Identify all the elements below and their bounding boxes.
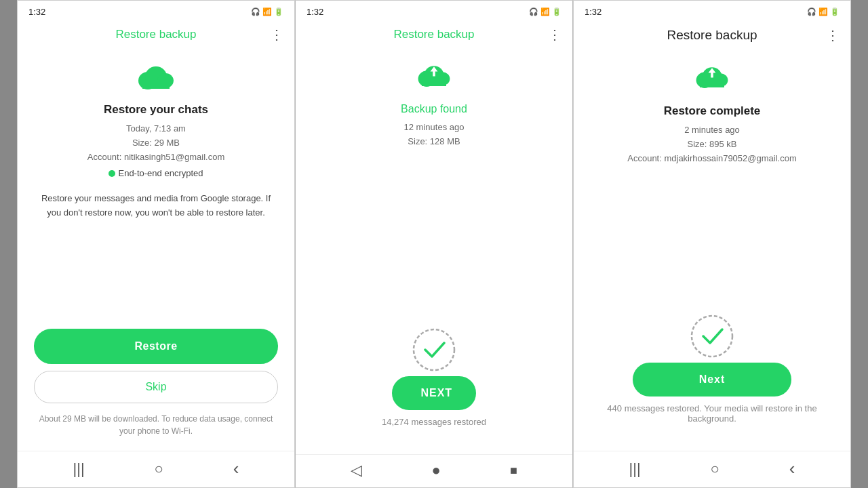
- check-wrapper-3: [688, 312, 736, 360]
- status-icons-1: 🎧 📶 🔋: [251, 7, 283, 16]
- status-icons-2: 🎧 📶 🔋: [529, 7, 561, 16]
- check-wrapper-2: [410, 326, 458, 373]
- backup-found-title-2: Backup found: [401, 103, 467, 115]
- svg-point-15: [692, 316, 732, 357]
- description-1: Restore your messages and media from Goo…: [34, 192, 278, 220]
- time-1: 1:32: [28, 7, 45, 17]
- status-bar-3: 1:32 🎧 📶 🔋: [574, 1, 850, 21]
- lock-dot-1: [108, 170, 115, 177]
- messages-note-2: 14,274 messages restored: [382, 417, 486, 427]
- info-date-1: Today, 7:13 am: [126, 122, 186, 136]
- nav-home-icon-3[interactable]: ○: [711, 460, 719, 478]
- skip-button[interactable]: Skip: [34, 371, 278, 403]
- info-size-2: Size: 128 MB: [408, 135, 460, 149]
- check-circle-svg-2: [410, 326, 458, 373]
- nav-bars-icon-1[interactable]: |||: [73, 460, 84, 478]
- info-time-3: 2 minutes ago: [684, 123, 740, 138]
- nav-back-icon-1[interactable]: ‹: [233, 458, 239, 479]
- time-2: 1:32: [307, 7, 323, 17]
- next-button-2[interactable]: NEXT: [392, 376, 475, 410]
- phone-2: 1:32 🎧 📶 🔋 Restore backup ⋮: [295, 0, 573, 488]
- messages-note-3: 440 messages restored. Your media will r…: [590, 403, 834, 424]
- toolbar-2: Restore backup ⋮: [296, 21, 572, 48]
- section-title-1: Restore your chats: [104, 103, 208, 117]
- info-time-2: 12 minutes ago: [404, 121, 465, 135]
- nav-dot-2[interactable]: ●: [431, 462, 440, 479]
- toolbar-title-3: Restore backup: [667, 28, 757, 43]
- more-menu-icon-3[interactable]: ⋮: [826, 27, 840, 43]
- svg-rect-7: [422, 78, 446, 86]
- info-size-3: Size: 895 kB: [688, 138, 737, 152]
- bottom-nav-1: ||| ○ ‹: [18, 451, 294, 487]
- cloud-icon-1: [136, 62, 176, 92]
- svg-rect-3: [142, 80, 170, 89]
- nav-bars-icon-3[interactable]: |||: [629, 460, 640, 478]
- phone-1: 1:32 🎧 📶 🔋 Restore backup ⋮ Restore your…: [17, 0, 295, 488]
- check-circle-svg-3: [688, 312, 736, 360]
- restore-button[interactable]: Restore: [34, 329, 278, 364]
- status-icons-3: 🎧 📶 🔋: [807, 7, 840, 16]
- toolbar-title-1: Restore backup: [115, 28, 196, 41]
- more-menu-icon-2[interactable]: ⋮: [548, 26, 561, 43]
- bottom-nav-3: ||| ○ ‹: [574, 451, 850, 487]
- nav-square-2[interactable]: ■: [510, 464, 517, 478]
- status-bar-2: 1:32 🎧 📶 🔋: [296, 1, 572, 21]
- nav-back-triangle-2[interactable]: ◁: [351, 462, 362, 479]
- content-1: Restore your chats Today, 7:13 am Size: …: [18, 48, 294, 451]
- svg-rect-13: [700, 79, 724, 87]
- info-size-1: Size: 29 MB: [132, 136, 180, 150]
- cloud-upload-icon-2: [414, 62, 454, 92]
- bottom-note-1: About 29 MB will be downloaded. To reduc…: [34, 413, 278, 437]
- svg-point-9: [414, 329, 454, 370]
- encrypted-label-1: End-to-end encrypted: [118, 168, 203, 178]
- section-title-3: Restore complete: [664, 104, 761, 118]
- toolbar-title-2: Restore backup: [393, 28, 474, 41]
- next-button-3[interactable]: Next: [633, 363, 791, 396]
- content-2: Backup found 12 minutes ago Size: 128 MB…: [296, 48, 572, 454]
- check-circle-container-2: NEXT 14,274 messages restored: [382, 326, 486, 427]
- more-menu-icon-1[interactable]: ⋮: [270, 26, 283, 43]
- status-bar-1: 1:32 🎧 📶 🔋: [18, 1, 294, 21]
- info-account-1: Account: nitikasingh51@gmail.com: [87, 150, 225, 165]
- nav-back-icon-3[interactable]: ‹: [789, 458, 795, 479]
- content-3: Restore complete 2 minutes ago Size: 895…: [574, 49, 850, 451]
- cloud-upload-icon-3: [692, 63, 732, 94]
- bottom-nav-2: ◁ ● ■: [296, 454, 572, 487]
- check-circle-container-3: Next 440 messages restored. Your media w…: [590, 312, 834, 424]
- phone-3: 1:32 🎧 📶 🔋 Restore backup ⋮ Res: [573, 0, 851, 488]
- toolbar-1: Restore backup ⋮: [18, 21, 294, 48]
- time-3: 1:32: [585, 7, 601, 17]
- encrypted-row-1: End-to-end encrypted: [108, 168, 203, 178]
- toolbar-3: Restore backup ⋮: [574, 21, 850, 49]
- nav-home-icon-1[interactable]: ○: [155, 460, 163, 478]
- info-account-3: Account: mdjakirhossain79052@gmail.com: [627, 152, 796, 166]
